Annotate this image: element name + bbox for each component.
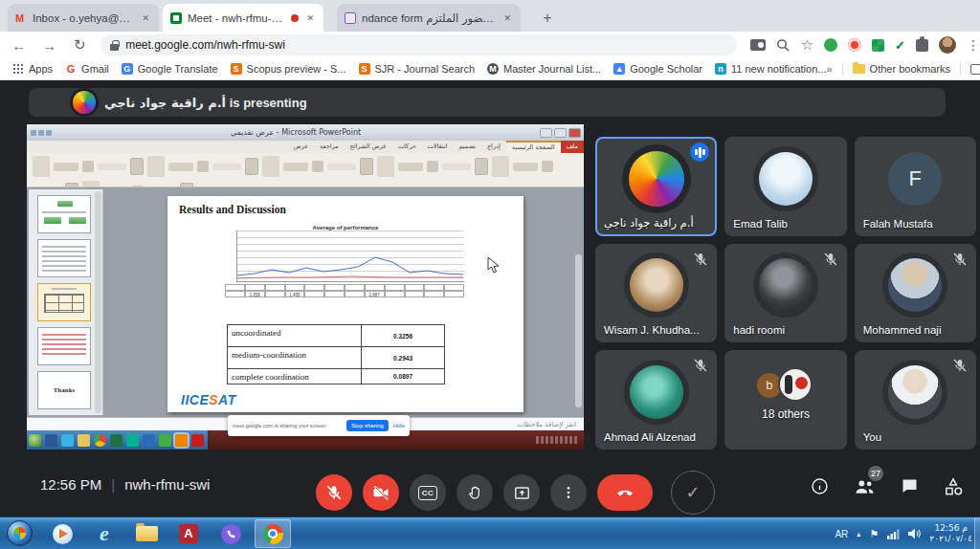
- ppt-tab-slideshow[interactable]: عرض الشرائح: [345, 141, 392, 153]
- address-bar[interactable]: meet.google.com/nwh-rfmu-swi: [100, 34, 736, 55]
- raise-hand-button[interactable]: [457, 474, 493, 511]
- back-icon[interactable]: ←: [8, 37, 31, 54]
- participant-tile-presenter[interactable]: أ.م راقية جواد ناجي: [595, 137, 717, 236]
- close-icon[interactable]: ✕: [140, 11, 151, 25]
- ppt-tab-design[interactable]: تصميم: [453, 141, 481, 153]
- taskbar-internet-explorer[interactable]: e: [86, 519, 122, 548]
- ppt-tab-transitions[interactable]: انتقالات: [422, 141, 454, 153]
- shared-screen[interactable]: عرض تقديمي - Microsoft PowerPoint ملف ال…: [27, 124, 584, 450]
- tab-gmail-inbox[interactable]: M Inbox - o.yehya@uomosul.edu... ✕: [8, 4, 159, 32]
- participant-tile[interactable]: Ahmad Ali Alzenad: [595, 350, 717, 450]
- ppt-tab-home[interactable]: الصفحة الرئيسية: [506, 141, 561, 153]
- action-center-flag-icon[interactable]: ⚑: [869, 528, 879, 540]
- hidden-icons-caret[interactable]: ▴: [857, 530, 860, 538]
- chat-button[interactable]: [900, 476, 920, 496]
- slide-thumbnail-2[interactable]: [37, 239, 91, 277]
- extension-red-icon[interactable]: [848, 38, 861, 52]
- ppt-tab-insert[interactable]: إدراج: [481, 141, 506, 153]
- bookmark-master-journal[interactable]: MMaster Journal List...: [487, 63, 601, 75]
- network-icon[interactable]: [887, 529, 900, 539]
- mic-off-button[interactable]: [316, 474, 352, 511]
- ppt-title-bar: عرض تقديمي - Microsoft PowerPoint: [27, 124, 584, 141]
- end-call-button[interactable]: [597, 474, 653, 511]
- participant-tile[interactable]: Wisam J. Khudha...: [595, 244, 717, 343]
- participant-tile-you[interactable]: You: [855, 350, 976, 450]
- close-icon[interactable]: ✕: [501, 11, 513, 25]
- volume-icon[interactable]: [908, 528, 921, 539]
- ppt-window-buttons[interactable]: [540, 128, 581, 138]
- media-control-icon[interactable]: [750, 39, 766, 51]
- slide-scrollbar[interactable]: [575, 254, 582, 407]
- tab-meet[interactable]: Meet - nwh-rfmu-swi ✕: [163, 4, 323, 32]
- taskbar-viber[interactable]: [212, 519, 249, 548]
- ppt-quick-access-icons[interactable]: [31, 130, 52, 136]
- slide-thumbnail-4[interactable]: [37, 327, 91, 365]
- close-icon[interactable]: ✕: [304, 11, 316, 25]
- participant-tile[interactable]: F Falah Mustafa: [855, 137, 976, 236]
- meeting-details-button[interactable]: [810, 476, 830, 496]
- stop-sharing-button[interactable]: Stop sharing: [346, 420, 389, 431]
- language-indicator[interactable]: AR: [835, 529, 848, 539]
- captions-button[interactable]: CC: [410, 474, 446, 511]
- bookmark-google-scholar[interactable]: ▲Google Scholar: [613, 63, 702, 75]
- show-desktop-button[interactable]: [974, 517, 980, 549]
- slide-thumbnail-panel[interactable]: Thanks: [29, 189, 103, 415]
- extension-grid-icon[interactable]: [872, 39, 884, 52]
- slide-thumbnail-5[interactable]: Thanks: [37, 371, 91, 409]
- new-tab-button[interactable]: +: [536, 7, 559, 30]
- bookmark-sjr[interactable]: SSJR - Journal Search: [359, 63, 476, 75]
- extension-green-icon[interactable]: [824, 38, 837, 52]
- bookmark-apps[interactable]: Apps: [12, 63, 53, 75]
- present-button[interactable]: [503, 474, 540, 511]
- maximize-icon: [554, 128, 567, 138]
- mic-off-icon: [951, 251, 969, 268]
- bookmarks-overflow-icon[interactable]: »: [826, 63, 832, 75]
- zoom-icon[interactable]: [776, 38, 791, 53]
- ppt-tab-view[interactable]: عرض: [288, 141, 314, 153]
- taskbar-clock[interactable]: 12:56 م ٢٠٢١/٠٧/٠٤: [929, 523, 972, 545]
- bookmark-gmail[interactable]: GGmail: [65, 63, 109, 75]
- profile-avatar[interactable]: [939, 36, 956, 54]
- slide-thumbnail-3-selected[interactable]: [37, 283, 91, 321]
- participant-tile[interactable]: Mohammed naji: [855, 244, 976, 343]
- reload-icon[interactable]: ↻: [68, 36, 91, 54]
- browser-menu-icon[interactable]: ⋮: [967, 37, 980, 53]
- thumbnail-scrollbar[interactable]: [95, 191, 101, 413]
- more-options-button[interactable]: [550, 474, 587, 511]
- reading-list-icon: [970, 64, 980, 75]
- participant-name: hadi roomi: [733, 324, 785, 336]
- forward-icon[interactable]: →: [38, 37, 61, 54]
- participants-button[interactable]: 27: [853, 474, 877, 498]
- participant-tile-others[interactable]: b 18 others: [724, 350, 846, 450]
- taskbar-file-explorer[interactable]: [128, 519, 165, 548]
- participant-grid: أ.م راقية جواد ناجي Emad Talib F Falah M…: [595, 137, 976, 450]
- taskbar-media-player[interactable]: [44, 519, 80, 548]
- tab-attendance-form[interactable]: ndance form استمارة حضور الملتزم ✕: [337, 4, 521, 32]
- bookmark-google-translate[interactable]: GGoogle Translate: [122, 63, 218, 75]
- bookmark-scopus[interactable]: SScopus preview - S...: [231, 63, 346, 75]
- participant-tile[interactable]: hadi roomi: [724, 244, 846, 343]
- bookmark-star-icon[interactable]: ☆: [801, 36, 813, 54]
- extension-check-icon[interactable]: ✓: [895, 38, 905, 53]
- other-bookmarks-button[interactable]: Other bookmarks: [853, 63, 950, 75]
- ppt-ribbon-tabs[interactable]: ملف الصفحة الرئيسية إدراج تصميم انتقالات…: [27, 141, 584, 153]
- start-button[interactable]: [7, 520, 33, 546]
- camera-off-button[interactable]: [363, 474, 399, 511]
- bookmark-notifications[interactable]: n11 new notification...: [715, 63, 826, 75]
- taskbar-adobe-reader[interactable]: A: [170, 519, 207, 548]
- mic-off-icon: [692, 357, 709, 374]
- ppt-tab-animations[interactable]: حركات: [392, 141, 422, 153]
- lock-icon[interactable]: [110, 40, 119, 51]
- ribbon-controls[interactable]: [27, 153, 584, 187]
- extensions-puzzle-icon[interactable]: [916, 39, 928, 52]
- ppt-tab-review[interactable]: مراجعة: [314, 141, 345, 153]
- slide-thumbnail-1[interactable]: [37, 195, 91, 233]
- ppt-tab-file[interactable]: ملف: [561, 141, 584, 153]
- hide-share-bar-button[interactable]: Hide: [393, 423, 405, 428]
- taskbar-chrome-active[interactable]: [255, 519, 291, 548]
- checkmark-circle-button[interactable]: ✓: [671, 471, 715, 515]
- participant-tile[interactable]: Emad Talib: [724, 137, 846, 236]
- reading-list-button[interactable]: Reading list: [970, 63, 980, 75]
- activities-button[interactable]: [943, 475, 965, 497]
- url-text[interactable]: meet.google.com/nwh-rfmu-swi: [125, 38, 285, 52]
